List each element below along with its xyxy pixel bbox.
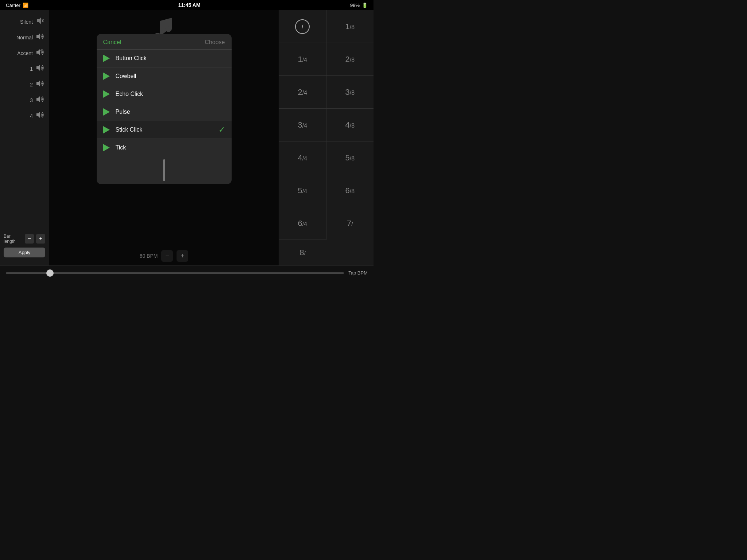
list-item-echo-click[interactable]: Echo Click [97, 85, 232, 103]
main-layout: Silent Normal Accent [0, 10, 374, 265]
item4-speaker-icon [36, 111, 44, 121]
item3-speaker-icon [36, 95, 44, 105]
left-panel-item-4[interactable]: 4 [0, 108, 49, 124]
time-sig-8-label: 8/ [299, 248, 306, 257]
scroll-bar [163, 159, 165, 181]
list-item-stick-click[interactable]: Stick Click ✓ [97, 121, 232, 139]
time-sig-5-8[interactable]: 5/8 [326, 141, 374, 174]
list-item-cowbell[interactable]: Cowbell [97, 67, 232, 85]
time-sig-6-8[interactable]: 6/8 [326, 174, 374, 207]
normal-speaker-icon [36, 32, 44, 42]
status-bar: Carrier 📶 11:45 AM 98% 🔋 [0, 0, 374, 10]
play-icon-echo-click[interactable] [103, 90, 110, 98]
time-sig-2-8[interactable]: 2/8 [326, 43, 374, 76]
time-sig-2-4[interactable]: 2/4 [279, 76, 326, 109]
tempo-slider-thumb[interactable] [46, 269, 54, 277]
modal-cancel-button[interactable]: Cancel [103, 39, 121, 46]
item-name-echo-click: Echo Click [116, 91, 143, 97]
item4-label: 4 [30, 113, 33, 119]
play-icon-tick[interactable] [103, 144, 110, 151]
silent-speaker-icon [36, 17, 44, 27]
scroll-indicator [97, 156, 232, 184]
left-panel-item-1[interactable]: 1 [0, 61, 49, 77]
bar-length-increment[interactable]: + [36, 234, 45, 244]
svg-marker-8 [36, 96, 40, 102]
svg-text:A: A [40, 48, 42, 51]
time-sig-2-8-label: 2/8 [345, 55, 355, 64]
item2-label: 2 [30, 82, 33, 88]
item-name-stick-click: Stick Click [116, 127, 143, 133]
svg-marker-6 [36, 65, 40, 71]
play-icon-pulse[interactable] [103, 108, 110, 116]
time-sig-1-8[interactable]: 1/8 [326, 10, 374, 43]
left-panel-item-accent[interactable]: Accent A [0, 45, 49, 61]
time-sig-4-4[interactable]: 4/4 [279, 141, 326, 174]
left-panel-item-normal[interactable]: Normal [0, 30, 49, 45]
right-panel: i 1/8 1/4 2/8 2/4 3/8 3/4 4/8 [279, 10, 374, 265]
time-sig-4-8-label: 4/8 [345, 120, 355, 130]
play-icon-stick-click[interactable] [103, 126, 110, 133]
left-panel-item-3[interactable]: 3 [0, 92, 49, 108]
status-right: 98% 🔋 [350, 3, 368, 8]
time-sig-1-4-label: 1/4 [298, 55, 307, 64]
sound-picker-modal: Cancel Choose Button Click Cowbell Echo … [97, 34, 232, 184]
selected-checkmark: ✓ [218, 125, 225, 135]
time-sig-4-4-label: 4/4 [298, 153, 307, 163]
wifi-icon: 📶 [23, 3, 28, 8]
status-time: 11:45 AM [178, 2, 200, 8]
time-sig-6-4-label: 6/4 [298, 219, 307, 228]
bar-length-label: Bar length [4, 234, 23, 244]
time-sig-8[interactable]: 8/ [279, 240, 326, 265]
left-panel-item-2[interactable]: 2 [0, 77, 49, 92]
play-icon-button-click[interactable] [103, 55, 110, 62]
battery-icon: 🔋 [362, 3, 368, 8]
list-item-pulse[interactable]: Pulse [97, 103, 232, 121]
time-sig-5-4-label: 5/4 [298, 186, 307, 195]
item-name-button-click: Button Click [116, 55, 147, 62]
time-sig-6-4[interactable]: 6/4 [279, 207, 326, 240]
list-item-button-click[interactable]: Button Click [97, 50, 232, 67]
play-icon-cowbell[interactable] [103, 73, 110, 80]
time-sig-1-4[interactable]: 1/4 [279, 43, 326, 76]
time-sig-2-4-label: 2/4 [298, 88, 307, 97]
svg-marker-7 [36, 80, 40, 87]
info-button[interactable]: i [279, 10, 326, 43]
time-sig-3-4[interactable]: 3/4 [279, 109, 326, 141]
time-sig-3-8-label: 3/8 [345, 88, 355, 97]
center-area: Cancel Choose Button Click Cowbell Echo … [49, 10, 279, 265]
tap-bpm-label[interactable]: Tap BPM [348, 270, 368, 276]
time-sig-1-8-label: 1/8 [345, 22, 355, 31]
accent-label: Accent [17, 50, 33, 56]
svg-marker-4 [36, 49, 40, 55]
left-panel-item-silent[interactable]: Silent [0, 14, 49, 30]
modal-choose-button[interactable]: Choose [205, 39, 225, 46]
time-sig-6-8-label: 6/8 [345, 186, 355, 195]
time-sig-3-4-label: 3/4 [298, 120, 307, 130]
list-item-tick[interactable]: Tick [97, 139, 232, 156]
item-name-tick: Tick [116, 144, 126, 151]
svg-marker-0 [37, 18, 41, 24]
item-name-pulse: Pulse [116, 109, 130, 115]
modal-header: Cancel Choose [97, 34, 232, 50]
time-sig-5-4[interactable]: 5/4 [279, 174, 326, 207]
bar-length-decrement[interactable]: − [25, 234, 34, 244]
time-sig-7[interactable]: 7/ [326, 207, 374, 240]
modal-overlay: Cancel Choose Button Click Cowbell Echo … [49, 10, 279, 265]
bottom-bar: Tap BPM [0, 265, 374, 280]
info-circle-icon[interactable]: i [295, 19, 310, 34]
modal-list: Button Click Cowbell Echo Click Pulse [97, 50, 232, 156]
time-sig-4-8[interactable]: 4/8 [326, 109, 374, 141]
time-sig-3-8[interactable]: 3/8 [326, 76, 374, 109]
item-name-cowbell: Cowbell [116, 73, 136, 79]
item3-label: 3 [30, 97, 33, 103]
accent-speaker-icon: A [36, 48, 44, 58]
apply-button[interactable]: Apply [4, 248, 45, 257]
left-panel: Silent Normal Accent [0, 10, 49, 265]
carrier-label: Carrier [6, 3, 20, 8]
tempo-slider-track[interactable] [6, 272, 344, 274]
time-sig-5-8-label: 5/8 [345, 153, 355, 163]
svg-marker-9 [36, 112, 40, 118]
item1-speaker-icon [36, 64, 44, 74]
time-sig-7-label: 7/ [347, 219, 353, 228]
item2-speaker-icon [36, 79, 44, 89]
